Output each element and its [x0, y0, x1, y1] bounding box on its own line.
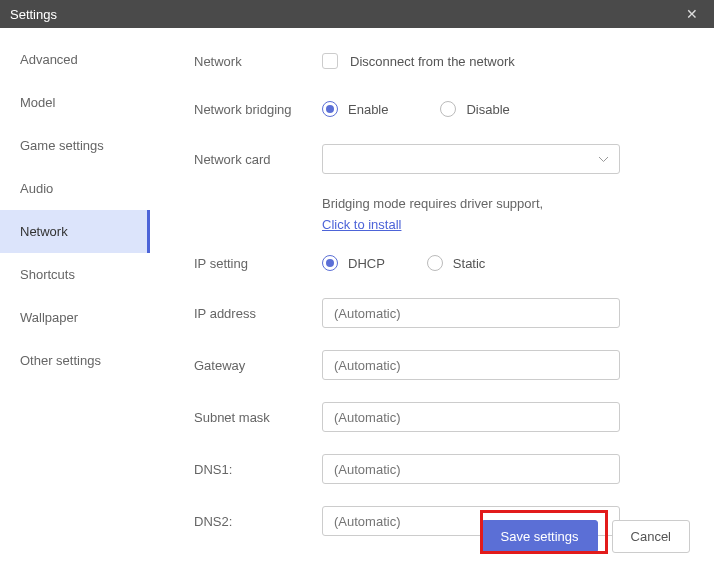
disable-label: Disable	[466, 102, 509, 117]
row-ip-setting: IP setting DHCP Static	[194, 250, 678, 276]
row-gateway: Gateway	[194, 350, 678, 380]
row-subnet: Subnet mask	[194, 402, 678, 432]
row-bridging: Network bridging Enable Disable	[194, 96, 678, 122]
sidebar: Advanced Model Game settings Audio Netwo…	[0, 28, 150, 508]
ip-setting-label: IP setting	[194, 256, 322, 271]
sidebar-item-wallpaper[interactable]: Wallpaper	[0, 296, 150, 339]
save-button[interactable]: Save settings	[481, 520, 597, 553]
sidebar-item-model[interactable]: Model	[0, 81, 150, 124]
network-label: Network	[194, 54, 322, 69]
radio-icon	[440, 101, 456, 117]
gateway-input[interactable]	[322, 350, 620, 380]
subnet-input[interactable]	[322, 402, 620, 432]
card-label: Network card	[194, 152, 322, 167]
row-dns2: DNS2:	[194, 506, 678, 536]
radio-icon	[322, 255, 338, 271]
install-link[interactable]: Click to install	[322, 217, 401, 232]
bridging-enable-radio[interactable]: Enable	[322, 101, 388, 117]
window-title: Settings	[10, 7, 57, 22]
sidebar-item-other-settings[interactable]: Other settings	[0, 339, 150, 382]
radio-icon	[427, 255, 443, 271]
network-card-select[interactable]	[322, 144, 620, 174]
ip-address-label: IP address	[194, 306, 322, 321]
sidebar-item-network[interactable]: Network	[0, 210, 150, 253]
content-panel: Network Disconnect from the network Netw…	[150, 28, 714, 508]
sidebar-item-audio[interactable]: Audio	[0, 167, 150, 210]
dns2-label: DNS2:	[194, 514, 322, 529]
dhcp-radio[interactable]: DHCP	[322, 255, 385, 271]
row-card: Network card	[194, 144, 678, 174]
row-network: Network Disconnect from the network	[194, 48, 678, 74]
sidebar-item-shortcuts[interactable]: Shortcuts	[0, 253, 150, 296]
gateway-label: Gateway	[194, 358, 322, 373]
main-container: Advanced Model Game settings Audio Netwo…	[0, 28, 714, 508]
row-dns1: DNS1:	[194, 454, 678, 484]
bridging-info-text: Bridging mode requires driver support,	[322, 196, 678, 211]
dhcp-label: DHCP	[348, 256, 385, 271]
row-ip-address: IP address	[194, 298, 678, 328]
radio-icon	[322, 101, 338, 117]
enable-label: Enable	[348, 102, 388, 117]
static-label: Static	[453, 256, 486, 271]
sidebar-item-game-settings[interactable]: Game settings	[0, 124, 150, 167]
close-icon[interactable]: ✕	[680, 4, 704, 24]
sidebar-item-advanced[interactable]: Advanced	[0, 38, 150, 81]
titlebar: Settings ✕	[0, 0, 714, 28]
cancel-button[interactable]: Cancel	[612, 520, 690, 553]
bridging-label: Network bridging	[194, 102, 322, 117]
checkbox-icon	[322, 53, 338, 69]
disconnect-label: Disconnect from the network	[350, 54, 515, 69]
chevron-down-icon	[598, 153, 609, 165]
static-radio[interactable]: Static	[427, 255, 486, 271]
dns1-label: DNS1:	[194, 462, 322, 477]
disconnect-checkbox[interactable]: Disconnect from the network	[322, 53, 515, 69]
bridging-disable-radio[interactable]: Disable	[440, 101, 509, 117]
dns1-input[interactable]	[322, 454, 620, 484]
subnet-label: Subnet mask	[194, 410, 322, 425]
ip-address-input[interactable]	[322, 298, 620, 328]
row-info: Bridging mode requires driver support, C…	[194, 196, 678, 232]
